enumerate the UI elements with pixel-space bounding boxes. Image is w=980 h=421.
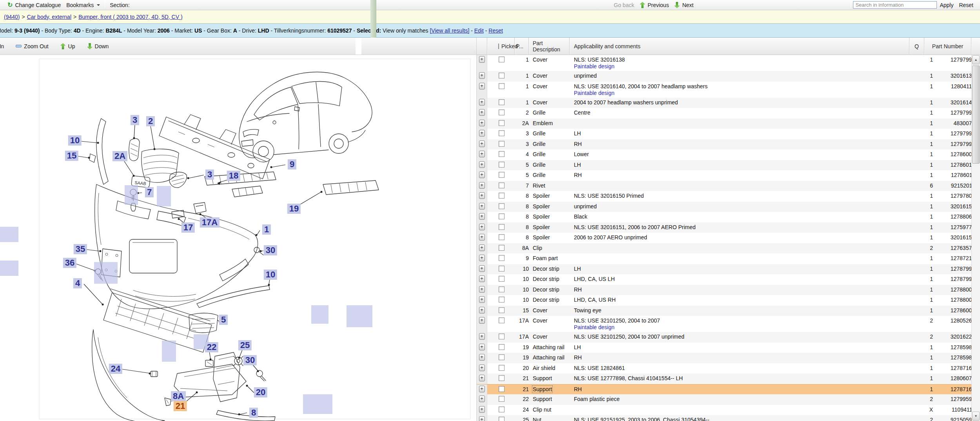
expand-button[interactable]: + [479, 83, 485, 89]
row-checkbox[interactable] [499, 406, 505, 412]
reset-link[interactable]: Reset [488, 27, 503, 34]
diagram-callout-10[interactable]: 10 [68, 135, 82, 146]
table-row[interactable]: +22SupportFoam plastic piece212799598 [477, 394, 980, 405]
expand-button[interactable]: + [479, 406, 485, 413]
row-checkbox[interactable] [499, 245, 505, 251]
table-row[interactable]: +10Decor stripLHD, CA, US RH112788002 [477, 295, 980, 306]
diagram-callout-2A[interactable]: 2A [113, 151, 127, 161]
table-row[interactable]: +20Air shieldNLS: USE 12824861112787169 [477, 363, 980, 374]
select-all-checkbox[interactable] [498, 44, 499, 49]
table-row[interactable]: +5GrilleRH112786011 [477, 170, 980, 181]
diagram-callout-17A[interactable]: 17A [200, 217, 220, 228]
diagram-callout-36[interactable]: 36 [63, 258, 76, 268]
row-checkbox[interactable] [499, 354, 505, 360]
table-row[interactable]: +8Spoiler2006 to 2007 AERO unprimed13201… [477, 233, 980, 243]
expand-button[interactable]: + [479, 286, 485, 293]
scroll-up-button[interactable]: ▲ [972, 55, 980, 64]
scroll-down-button[interactable]: ▼ [972, 412, 980, 421]
expand-button[interactable]: + [479, 151, 485, 157]
next-button[interactable]: Next [671, 2, 696, 9]
row-checkbox[interactable] [499, 213, 505, 219]
diagram-callout-3[interactable]: 3 [205, 169, 214, 180]
row-checkbox[interactable] [499, 151, 505, 157]
table-row[interactable]: +1Coverunprimed132016138 [477, 71, 980, 82]
diagram-callout-8[interactable]: 8 [249, 408, 258, 418]
row-checkbox[interactable] [499, 99, 505, 105]
row-checkbox[interactable] [499, 334, 505, 339]
expand-button[interactable]: + [479, 275, 485, 282]
pan-down-button[interactable]: Down [87, 43, 109, 49]
expand-button[interactable]: + [479, 416, 485, 421]
row-checkbox[interactable] [499, 141, 505, 147]
diagram-callout-2[interactable]: 2 [146, 116, 155, 126]
description-column-header[interactable]: Part Description [529, 38, 570, 55]
view-all-results-link[interactable]: [View all results] [430, 27, 469, 34]
expand-button[interactable]: + [479, 182, 485, 189]
diagram-callout-35[interactable]: 35 [74, 244, 87, 254]
diagram-callout-24[interactable]: 24 [109, 364, 122, 374]
expand-button[interactable]: + [479, 56, 485, 63]
table-row[interactable]: +5GrilleLH112786010 [477, 160, 980, 171]
table-row[interactable]: +10Decor stripLH112787998 [477, 264, 980, 275]
diagram-callout-19[interactable]: 19 [287, 204, 301, 214]
expand-button[interactable]: + [479, 365, 485, 371]
diagram-callout-17[interactable]: 17 [181, 222, 195, 233]
expand-button[interactable]: + [479, 255, 485, 261]
applicability-link[interactable]: Paintable design [574, 324, 918, 331]
expand-button[interactable]: + [479, 333, 485, 340]
table-row[interactable]: +17ACoverNLS: USE 32101250, 2004 to 2007… [477, 316, 980, 332]
expand-button[interactable]: + [479, 171, 485, 178]
quantity-column-header[interactable]: Q [909, 38, 924, 55]
table-row[interactable]: +15CoverTowing eye112786009 [477, 306, 980, 316]
diagram-callout-20[interactable]: 20 [254, 387, 267, 397]
row-checkbox[interactable] [499, 224, 505, 230]
applicability-link[interactable]: Paintable design [574, 63, 918, 70]
diagram-callout-5[interactable]: 5 [219, 315, 228, 325]
row-checkbox[interactable] [499, 130, 505, 136]
expand-button[interactable]: + [479, 109, 485, 116]
expand-button[interactable]: + [479, 72, 485, 79]
row-checkbox[interactable] [499, 276, 505, 282]
row-checkbox[interactable] [499, 297, 505, 303]
edit-link[interactable]: Edit [474, 27, 484, 34]
diagram-callout-7[interactable]: 7 [145, 187, 154, 197]
row-checkbox[interactable] [499, 83, 505, 89]
expand-button[interactable]: + [479, 265, 485, 272]
breadcrumb-link[interactable]: Bumper, front ( 2003 to 2007, 4D, 5D, CV… [78, 14, 182, 20]
table-row[interactable]: +8SpoilerBlack112788060 [477, 212, 980, 222]
previous-button[interactable]: Previous [637, 2, 671, 9]
row-checkbox[interactable] [499, 375, 505, 381]
expand-button[interactable]: + [479, 344, 485, 350]
part-number-column-header[interactable]: Part Number [924, 38, 971, 55]
search-input[interactable] [853, 1, 937, 9]
go-back-button[interactable]: Go back [132, 2, 637, 9]
expand-button[interactable]: + [479, 224, 485, 230]
expand-button[interactable]: + [479, 244, 485, 251]
row-checkbox[interactable] [499, 203, 505, 209]
row-checkbox[interactable] [499, 56, 505, 62]
diagram-callout-3[interactable]: 3 [131, 115, 139, 125]
zoom-in-button[interactable]: Zoom In [0, 43, 4, 49]
table-row[interactable]: +1CoverNLS: USE 32016138Paintable design… [477, 55, 980, 71]
expand-button[interactable]: + [479, 234, 485, 241]
row-checkbox[interactable] [499, 317, 505, 323]
expand-button[interactable]: + [479, 140, 485, 147]
table-row[interactable]: +21SupportRH112787168 [477, 384, 980, 395]
table-row[interactable]: +21SupportNLS: USE 12777898, Chassi 4104… [477, 374, 980, 384]
applicability-link[interactable]: Paintable design [574, 90, 918, 97]
bookmarks-button[interactable]: Bookmarks [64, 2, 103, 9]
table-row[interactable]: +24Clip nutX11094111 [477, 405, 980, 416]
expand-button[interactable]: + [479, 99, 485, 106]
table-row[interactable]: +7Rivet692152011 [477, 181, 980, 191]
table-row[interactable]: +9Foam part112787219 [477, 253, 980, 264]
table-row[interactable]: +4GrilleLower112786008 [477, 149, 980, 160]
breadcrumb-link[interactable]: (9440) [4, 14, 20, 20]
diagram-callout-18[interactable]: 18 [227, 171, 240, 181]
reset-button[interactable]: Reset [956, 2, 976, 9]
row-checkbox[interactable] [499, 396, 505, 402]
row-checkbox[interactable] [499, 307, 505, 313]
diagram-callout-30[interactable]: 30 [243, 355, 257, 365]
row-checkbox[interactable] [499, 234, 505, 240]
diagram-callout-1[interactable]: 1 [262, 224, 271, 235]
table-row[interactable]: +2GrilleCentre112797998 [477, 108, 980, 118]
